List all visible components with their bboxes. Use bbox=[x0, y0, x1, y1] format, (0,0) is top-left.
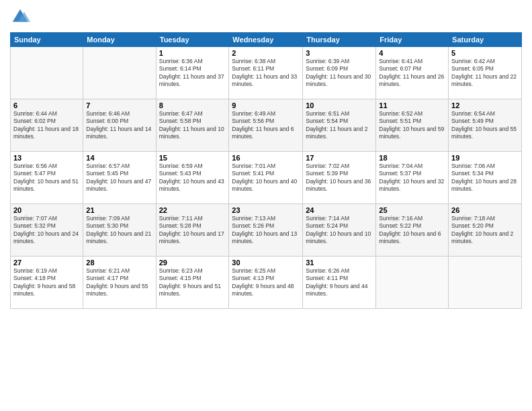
day-cell: 12Sunrise: 6:54 AM Sunset: 5:49 PM Dayli… bbox=[449, 99, 522, 152]
day-info: Sunrise: 7:01 AM Sunset: 5:41 PM Dayligh… bbox=[232, 163, 300, 193]
day-cell: 14Sunrise: 6:57 AM Sunset: 5:45 PM Dayli… bbox=[83, 152, 156, 204]
day-number: 13 bbox=[13, 154, 80, 162]
day-info: Sunrise: 6:39 AM Sunset: 6:09 PM Dayligh… bbox=[306, 58, 373, 89]
day-number: 26 bbox=[451, 206, 519, 214]
day-number: 4 bbox=[379, 49, 445, 57]
day-cell: 9Sunrise: 6:49 AM Sunset: 5:56 PM Daylig… bbox=[229, 99, 303, 152]
day-cell: 31Sunrise: 6:26 AM Sunset: 4:11 PM Dayli… bbox=[303, 257, 376, 309]
week-row-1: 1Sunrise: 6:36 AM Sunset: 6:14 PM Daylig… bbox=[11, 47, 522, 99]
day-number: 31 bbox=[306, 259, 373, 267]
week-row-4: 20Sunrise: 7:07 AM Sunset: 5:32 PM Dayli… bbox=[11, 204, 522, 257]
day-number: 8 bbox=[159, 101, 226, 109]
day-cell: 25Sunrise: 7:16 AM Sunset: 5:22 PM Dayli… bbox=[376, 204, 449, 257]
col-header-thursday: Thursday bbox=[303, 33, 376, 47]
day-info: Sunrise: 6:38 AM Sunset: 6:11 PM Dayligh… bbox=[232, 58, 300, 89]
day-info: Sunrise: 6:49 AM Sunset: 5:56 PM Dayligh… bbox=[232, 110, 300, 141]
day-number: 14 bbox=[86, 154, 152, 162]
day-cell: 5Sunrise: 6:42 AM Sunset: 6:05 PM Daylig… bbox=[449, 47, 522, 99]
day-info: Sunrise: 6:56 AM Sunset: 5:47 PM Dayligh… bbox=[13, 163, 80, 193]
day-number: 17 bbox=[306, 154, 373, 162]
day-cell: 1Sunrise: 6:36 AM Sunset: 6:14 PM Daylig… bbox=[156, 47, 229, 99]
day-number: 9 bbox=[232, 101, 300, 109]
day-info: Sunrise: 6:25 AM Sunset: 4:13 PM Dayligh… bbox=[232, 267, 300, 298]
day-info: Sunrise: 7:07 AM Sunset: 5:32 PM Dayligh… bbox=[13, 215, 80, 246]
day-cell: 29Sunrise: 6:23 AM Sunset: 4:15 PM Dayli… bbox=[156, 257, 229, 309]
col-header-tuesday: Tuesday bbox=[156, 33, 229, 47]
col-header-saturday: Saturday bbox=[449, 33, 522, 47]
day-info: Sunrise: 7:02 AM Sunset: 5:39 PM Dayligh… bbox=[306, 163, 373, 193]
day-number: 19 bbox=[451, 154, 519, 162]
day-cell: 3Sunrise: 6:39 AM Sunset: 6:09 PM Daylig… bbox=[303, 47, 376, 99]
day-info: Sunrise: 6:19 AM Sunset: 4:18 PM Dayligh… bbox=[13, 267, 80, 298]
day-number: 21 bbox=[86, 206, 152, 214]
day-cell: 20Sunrise: 7:07 AM Sunset: 5:32 PM Dayli… bbox=[11, 204, 83, 257]
day-cell: 15Sunrise: 6:59 AM Sunset: 5:43 PM Dayli… bbox=[156, 152, 229, 204]
day-cell: 24Sunrise: 7:14 AM Sunset: 5:24 PM Dayli… bbox=[303, 204, 376, 257]
day-cell: 21Sunrise: 7:09 AM Sunset: 5:30 PM Dayli… bbox=[83, 204, 156, 257]
week-row-5: 27Sunrise: 6:19 AM Sunset: 4:18 PM Dayli… bbox=[11, 257, 522, 309]
day-cell: 19Sunrise: 7:06 AM Sunset: 5:34 PM Dayli… bbox=[449, 152, 522, 204]
day-cell: 18Sunrise: 7:04 AM Sunset: 5:37 PM Dayli… bbox=[376, 152, 449, 204]
day-cell: 27Sunrise: 6:19 AM Sunset: 4:18 PM Dayli… bbox=[11, 257, 83, 309]
day-cell: 2Sunrise: 6:38 AM Sunset: 6:11 PM Daylig… bbox=[229, 47, 303, 99]
day-info: Sunrise: 7:14 AM Sunset: 5:24 PM Dayligh… bbox=[306, 215, 373, 246]
day-number: 11 bbox=[379, 101, 445, 109]
day-info: Sunrise: 7:13 AM Sunset: 5:26 PM Dayligh… bbox=[232, 215, 300, 246]
header bbox=[10, 7, 522, 27]
day-cell: 22Sunrise: 7:11 AM Sunset: 5:28 PM Dayli… bbox=[156, 204, 229, 257]
day-info: Sunrise: 7:06 AM Sunset: 5:34 PM Dayligh… bbox=[451, 163, 519, 193]
day-cell: 11Sunrise: 6:52 AM Sunset: 5:51 PM Dayli… bbox=[376, 99, 449, 152]
calendar-table: SundayMondayTuesdayWednesdayThursdayFrid… bbox=[10, 32, 522, 309]
day-cell: 7Sunrise: 6:46 AM Sunset: 6:00 PM Daylig… bbox=[83, 99, 156, 152]
day-info: Sunrise: 6:52 AM Sunset: 5:51 PM Dayligh… bbox=[379, 110, 445, 141]
day-number: 1 bbox=[159, 49, 226, 57]
day-info: Sunrise: 6:23 AM Sunset: 4:15 PM Dayligh… bbox=[159, 267, 226, 298]
day-number: 3 bbox=[306, 49, 373, 57]
col-header-friday: Friday bbox=[376, 33, 449, 47]
day-cell bbox=[449, 257, 522, 309]
day-number: 24 bbox=[306, 206, 373, 214]
day-number: 25 bbox=[379, 206, 445, 214]
day-number: 20 bbox=[13, 206, 80, 214]
day-number: 16 bbox=[232, 154, 300, 162]
day-number: 12 bbox=[451, 101, 519, 109]
day-info: Sunrise: 6:26 AM Sunset: 4:11 PM Dayligh… bbox=[306, 267, 373, 298]
day-info: Sunrise: 6:44 AM Sunset: 6:02 PM Dayligh… bbox=[13, 110, 80, 141]
col-header-monday: Monday bbox=[83, 33, 156, 47]
day-cell bbox=[83, 47, 156, 99]
day-info: Sunrise: 6:41 AM Sunset: 6:07 PM Dayligh… bbox=[379, 58, 445, 89]
day-number: 28 bbox=[86, 259, 152, 267]
day-number: 22 bbox=[159, 206, 226, 214]
day-info: Sunrise: 6:57 AM Sunset: 5:45 PM Dayligh… bbox=[86, 163, 152, 193]
day-cell: 28Sunrise: 6:21 AM Sunset: 4:17 PM Dayli… bbox=[83, 257, 156, 309]
day-info: Sunrise: 7:18 AM Sunset: 5:20 PM Dayligh… bbox=[451, 215, 519, 246]
day-info: Sunrise: 6:21 AM Sunset: 4:17 PM Dayligh… bbox=[86, 267, 152, 298]
day-cell: 4Sunrise: 6:41 AM Sunset: 6:07 PM Daylig… bbox=[376, 47, 449, 99]
day-info: Sunrise: 6:54 AM Sunset: 5:49 PM Dayligh… bbox=[451, 110, 519, 141]
day-number: 7 bbox=[86, 101, 152, 109]
day-info: Sunrise: 6:46 AM Sunset: 6:00 PM Dayligh… bbox=[86, 110, 152, 141]
day-cell: 10Sunrise: 6:51 AM Sunset: 5:54 PM Dayli… bbox=[303, 99, 376, 152]
col-header-wednesday: Wednesday bbox=[229, 33, 303, 47]
page: SundayMondayTuesdayWednesdayThursdayFrid… bbox=[0, 0, 532, 411]
week-row-2: 6Sunrise: 6:44 AM Sunset: 6:02 PM Daylig… bbox=[11, 99, 522, 152]
logo-icon bbox=[10, 7, 30, 27]
header-row: SundayMondayTuesdayWednesdayThursdayFrid… bbox=[11, 33, 522, 47]
day-info: Sunrise: 7:16 AM Sunset: 5:22 PM Dayligh… bbox=[379, 215, 445, 246]
day-cell: 16Sunrise: 7:01 AM Sunset: 5:41 PM Dayli… bbox=[229, 152, 303, 204]
logo bbox=[10, 7, 33, 27]
day-info: Sunrise: 6:36 AM Sunset: 6:14 PM Dayligh… bbox=[159, 58, 226, 89]
day-cell: 26Sunrise: 7:18 AM Sunset: 5:20 PM Dayli… bbox=[449, 204, 522, 257]
col-header-sunday: Sunday bbox=[11, 33, 83, 47]
day-number: 29 bbox=[159, 259, 226, 267]
day-number: 18 bbox=[379, 154, 445, 162]
day-info: Sunrise: 6:59 AM Sunset: 5:43 PM Dayligh… bbox=[159, 163, 226, 193]
day-cell: 8Sunrise: 6:47 AM Sunset: 5:58 PM Daylig… bbox=[156, 99, 229, 152]
day-info: Sunrise: 6:47 AM Sunset: 5:58 PM Dayligh… bbox=[159, 110, 226, 141]
day-info: Sunrise: 7:11 AM Sunset: 5:28 PM Dayligh… bbox=[159, 215, 226, 246]
day-cell bbox=[11, 47, 83, 99]
day-number: 6 bbox=[13, 101, 80, 109]
day-number: 30 bbox=[232, 259, 300, 267]
day-number: 27 bbox=[13, 259, 80, 267]
day-number: 10 bbox=[306, 101, 373, 109]
